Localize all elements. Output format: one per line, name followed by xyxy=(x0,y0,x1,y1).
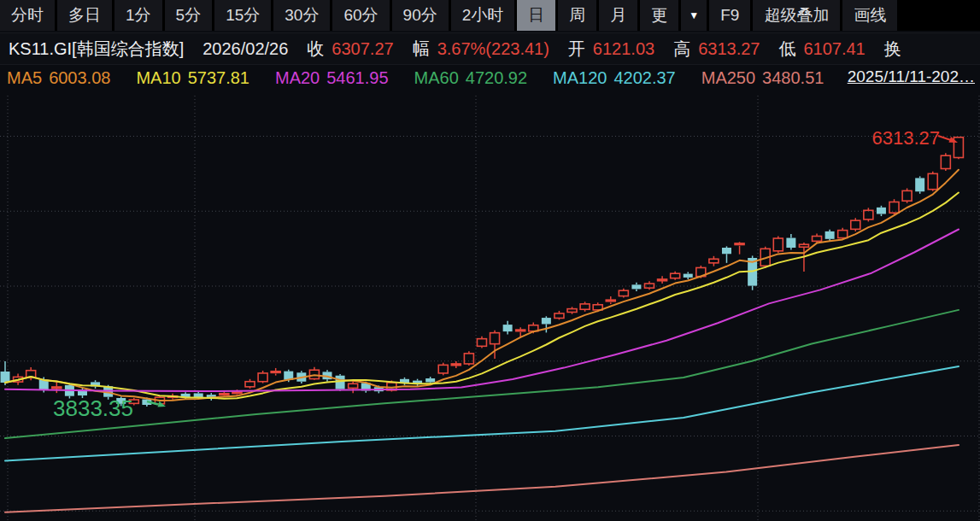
candle-up xyxy=(245,382,255,387)
tab-duori[interactable]: 多日 xyxy=(57,0,112,31)
quote-field-value: 6307.27 xyxy=(332,39,393,59)
candle-up xyxy=(773,238,783,251)
tab-fenshi[interactable]: 分时 xyxy=(0,0,55,31)
period-toolbar: 分时多日1分5分15分30分60分90分2小时日周月更▼F9超级叠加画线 xyxy=(0,0,980,31)
quote-field: 换 xyxy=(884,38,909,61)
tab-1min[interactable]: 1分 xyxy=(114,0,162,31)
quote-field: 低6107.41 xyxy=(778,38,865,61)
candlestick-chart[interactable]: 6313.273833.35 xyxy=(0,92,980,521)
quote-fields: 收6307.27幅3.67%(223.41)开6121.03高6313.27低6… xyxy=(307,38,908,61)
ma-label: MA60 xyxy=(414,68,459,88)
quote-field-label: 换 xyxy=(884,38,901,61)
tab-5min[interactable]: 5分 xyxy=(165,0,213,31)
candle-up xyxy=(220,394,229,395)
candle-up xyxy=(902,190,912,201)
ma-legend-ma250: MA2503480.51 xyxy=(701,68,824,88)
quote-date: 2026/02/26 xyxy=(202,39,288,59)
tab-day[interactable]: 日 xyxy=(517,0,555,31)
high-price-label: 6313.27 xyxy=(871,127,940,149)
ma-value: 4202.37 xyxy=(613,68,675,88)
ma120-line xyxy=(5,366,959,461)
candle-up xyxy=(735,243,744,245)
quote-field: 收6307.27 xyxy=(307,38,393,61)
candle-up xyxy=(813,236,822,241)
candle-up xyxy=(52,387,62,389)
symbol-title: KS11.GI[韩国综合指数] xyxy=(9,38,184,61)
candle-down xyxy=(425,378,435,382)
quote-field-label: 开 xyxy=(568,38,585,61)
candle-up xyxy=(671,273,680,278)
tab-super-overlay[interactable]: 超级叠加 xyxy=(753,0,840,31)
candle-up xyxy=(606,300,615,301)
ma-label: MA5 xyxy=(7,68,42,88)
candle-up xyxy=(709,259,719,263)
candle-up xyxy=(258,373,267,382)
tab-month[interactable]: 月 xyxy=(599,0,637,31)
quote-info-bar: KS11.GI[韩国综合指数] 2026/02/26 收6307.27幅3.67… xyxy=(0,32,980,65)
candle-up xyxy=(864,210,873,220)
quote-field-label: 低 xyxy=(778,38,795,61)
ma-value: 5737.81 xyxy=(188,68,249,88)
candle-up xyxy=(889,202,899,213)
candle-up xyxy=(580,304,590,309)
candle-up xyxy=(658,279,667,281)
tab-2hour[interactable]: 2小时 xyxy=(451,0,515,31)
date-range-link[interactable]: 2025/11/11-202… xyxy=(841,67,975,86)
candle-up xyxy=(851,220,860,229)
quote-field-value: 6121.03 xyxy=(593,39,654,59)
candle-up xyxy=(438,365,448,373)
candle-up xyxy=(271,372,280,373)
candle-up xyxy=(619,290,628,296)
ma-label: MA120 xyxy=(553,68,607,88)
candle-up xyxy=(464,354,473,364)
ma-label: MA10 xyxy=(136,68,180,88)
candle-up xyxy=(567,309,577,313)
tab-week[interactable]: 周 xyxy=(558,0,596,31)
dropdown-arrow-icon[interactable]: ▼ xyxy=(681,0,707,31)
ma-legend-ma5: MA56003.08 xyxy=(7,68,110,88)
candle-down xyxy=(915,178,924,191)
ma-legend-ma60: MA604720.92 xyxy=(414,68,528,88)
tab-more[interactable]: 更 xyxy=(640,0,678,31)
candle-down xyxy=(786,238,795,248)
quote-field-value: 6313.27 xyxy=(698,39,760,59)
tab-f9[interactable]: F9 xyxy=(709,0,750,31)
ma-legend-ma10: MA105737.81 xyxy=(136,68,249,88)
tab-draw-line[interactable]: 画线 xyxy=(842,0,897,31)
candle-up xyxy=(490,333,500,344)
candle-up xyxy=(477,339,486,347)
candle-up xyxy=(799,244,808,247)
ma250-line xyxy=(5,445,959,512)
candle-down xyxy=(825,231,835,239)
tab-90min[interactable]: 90分 xyxy=(392,0,449,31)
ma-value: 4720.92 xyxy=(466,68,527,88)
candle-down xyxy=(336,376,345,389)
candle-down xyxy=(877,208,886,214)
quote-field-value: 3.67%(223.41) xyxy=(437,39,549,59)
candle-up xyxy=(928,173,937,189)
candle-down xyxy=(684,274,693,278)
ma-legend-bar: MA56003.08MA105737.81MA205461.95MA604720… xyxy=(0,65,980,91)
candle-up xyxy=(941,155,950,168)
candle-down xyxy=(503,325,513,331)
chart-canvas[interactable]: 6313.273833.35 xyxy=(0,92,980,521)
ma-label: MA20 xyxy=(275,68,320,88)
candle-up xyxy=(232,392,242,394)
quote-field-label: 收 xyxy=(307,38,324,61)
candle-up xyxy=(555,313,564,318)
candle-up xyxy=(954,138,963,158)
ma-legend-ma20: MA205461.95 xyxy=(275,68,389,88)
tab-30min[interactable]: 30分 xyxy=(273,0,330,31)
tab-15min[interactable]: 15分 xyxy=(214,0,271,31)
candle-up xyxy=(516,330,525,331)
candle-down xyxy=(542,318,551,324)
quote-field: 幅3.67%(223.41) xyxy=(413,38,549,61)
ma-value: 3480.51 xyxy=(762,68,824,88)
candle-down xyxy=(39,380,49,390)
candle-down xyxy=(631,284,641,289)
ma5-line xyxy=(5,170,959,401)
tab-60min[interactable]: 60分 xyxy=(332,0,389,31)
ma-value: 5461.95 xyxy=(326,68,388,88)
quote-field-label: 幅 xyxy=(413,38,430,61)
ma-value: 6003.08 xyxy=(49,68,110,88)
